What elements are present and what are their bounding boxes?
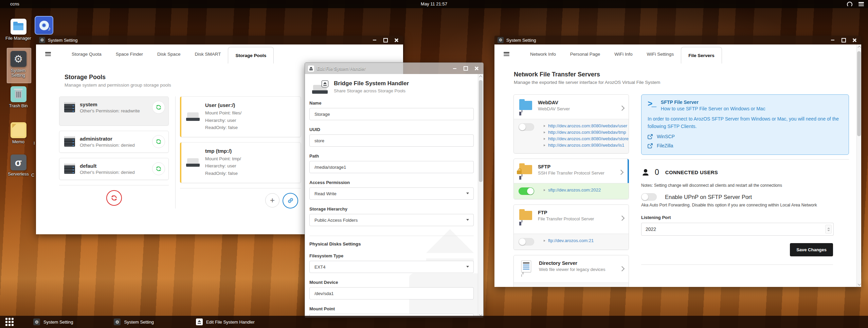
sftp-link[interactable]: sftp://dev.arozos.com:2022 (548, 187, 601, 193)
sync-icon[interactable] (152, 101, 165, 114)
tab-storage-pools[interactable]: Storage Pools (228, 47, 274, 64)
sync-icon[interactable] (152, 135, 165, 148)
webdav-link[interactable]: http://dev.arozos.com:8080/webdav/store (548, 136, 629, 141)
filesystem-type-dropdown[interactable]: EXT4 (309, 261, 474, 273)
listening-port-input[interactable] (641, 226, 819, 232)
window-edit-file-system-handler: Edit File System Handler Bridge File Sy (305, 62, 484, 318)
server-card-webdav[interactable]: WebDAV WebDAV Server http://dev.arozos.c… (513, 94, 629, 153)
tab-file-servers[interactable]: File Servers (681, 47, 722, 64)
desktop-icon-system-setting[interactable]: ⚙ System Setting (3, 51, 33, 77)
ftp-toggle[interactable] (519, 238, 534, 245)
pool-card-administrator[interactable]: administrator Other's Permission: denied (59, 131, 169, 153)
drive-icon (186, 112, 200, 121)
taskbar-item-label: System Setting (124, 320, 153, 325)
bridge-fsh-button[interactable] (283, 193, 298, 208)
path-input[interactable] (310, 165, 473, 170)
scroll-down-icon[interactable] (857, 282, 862, 287)
music-disc-icon: ♪ (39, 21, 49, 30)
uuid-input[interactable] (310, 138, 473, 143)
menu-icon[interactable] (45, 52, 51, 56)
storage-hierarchy-dropdown[interactable]: Public Access Folders (309, 214, 474, 226)
scroll-up-icon[interactable] (478, 74, 483, 79)
close-button[interactable] (849, 36, 860, 44)
taskbar-item-system-setting-2[interactable]: ⚙ System Setting (109, 316, 158, 328)
tab-space-finder[interactable]: Space Finder (109, 44, 150, 63)
fsh-card-user[interactable]: User (user:/) Mount Point: files/ Hierar… (180, 96, 301, 137)
desktop-icon-memo[interactable]: Memo (3, 122, 33, 144)
mount-device-input[interactable] (310, 291, 473, 296)
webdav-toggle[interactable] (519, 123, 534, 131)
number-stepper[interactable] (825, 225, 832, 234)
app-launcher-icon[interactable] (5, 318, 14, 326)
user-icon (641, 168, 650, 177)
dropdown-caret-icon (466, 219, 469, 221)
name-label: Name (309, 101, 474, 106)
step-up-icon[interactable] (827, 227, 830, 229)
client-link-filezilla[interactable]: FileZilla (657, 143, 673, 148)
taskbar-item-system-setting-1[interactable]: ⚙ System Setting (29, 316, 78, 328)
scrollbar-thumb[interactable] (479, 80, 483, 182)
server-name: FTP (538, 210, 594, 215)
maximize-button[interactable] (380, 36, 391, 44)
scrollbar[interactable] (856, 44, 861, 287)
tab-wifi-info[interactable]: WiFi Info (607, 44, 639, 63)
upnp-toggle[interactable] (641, 193, 657, 201)
tab-disk-smart[interactable]: Disk SMART (187, 44, 228, 63)
minimize-button[interactable] (449, 63, 460, 74)
desktop-icon-label: Memo (12, 140, 24, 144)
pool-card-system[interactable]: system Other's Permission: readwrite (59, 96, 169, 126)
scroll-up-icon[interactable] (857, 44, 862, 50)
scrollbar[interactable] (478, 74, 483, 317)
desktop-icon-trash-bin[interactable]: Trash Bin (3, 86, 33, 108)
window-titlebar[interactable]: ⚙ System Setting (36, 36, 403, 44)
fsh-card-tmp[interactable]: tmp (tmp:/) Mount Point: tmp/ Hierarchy:… (180, 142, 301, 183)
sync-icon[interactable] (152, 162, 165, 175)
dropdown-caret-icon (466, 266, 469, 268)
add-fsh-button[interactable]: + (265, 193, 279, 207)
menu-icon[interactable] (858, 2, 864, 6)
server-card-directory[interactable]: Directory Server Web file viewer for leg… (513, 255, 629, 287)
server-card-ftp[interactable]: FTP File Transfer Protocol Server ftp://… (513, 204, 629, 250)
webdav-link[interactable]: http://dev.arozos.com:8080/webdav/tmp (548, 130, 626, 135)
server-card-sftp[interactable]: SFTP SSH File Transfer Protocol Server s… (513, 159, 629, 199)
maximize-button[interactable] (460, 63, 471, 74)
client-link-winscp[interactable]: WinSCP (657, 134, 675, 139)
menu-icon[interactable] (504, 52, 509, 56)
save-changes-button[interactable]: Save Changes (790, 243, 833, 256)
name-input[interactable] (310, 112, 473, 117)
step-down-icon[interactable] (827, 230, 830, 231)
window-system-setting-file-servers: ⚙ System Setting Network Info Personal P… (494, 36, 861, 287)
desktop-icon-music[interactable]: ♪ (35, 16, 53, 35)
tab-wifi-settings[interactable]: WiFi Settings (640, 44, 681, 63)
tab-storage-quota[interactable]: Storage Quota (65, 44, 109, 63)
tab-network-info[interactable]: Network Info (523, 44, 563, 63)
desktop-icon-serverless[interactable]: σ Serverless (3, 154, 33, 177)
screen: ccns May 11 21:57 File Manager ♪ ⚙ Syste… (0, 0, 868, 328)
maximize-button[interactable] (838, 36, 849, 44)
tab-disk-space[interactable]: Disk Space (150, 44, 187, 63)
pool-card-default[interactable]: default Other's Permission: denied (59, 158, 169, 180)
window-titlebar[interactable]: ⚙ System Setting (494, 36, 861, 44)
webdav-link[interactable]: http://dev.arozos.com:8080/webdav/user (548, 123, 627, 128)
close-button[interactable] (391, 36, 402, 44)
close-button[interactable] (471, 63, 482, 74)
reload-pools-button[interactable] (106, 190, 122, 206)
sftp-toggle[interactable] (519, 187, 534, 195)
pool-permission: Other's Permission: readwrite (80, 108, 140, 113)
uuid-field (309, 134, 474, 147)
ftp-link[interactable]: ftp://dev.arozos.com:21 (548, 238, 594, 243)
loading-circle-icon[interactable] (847, 2, 852, 7)
minimize-button[interactable] (827, 36, 838, 44)
desktop-icon-file-manager[interactable]: File Manager (3, 19, 33, 41)
scrollbar-thumb[interactable] (857, 51, 861, 136)
webdav-link[interactable]: http://dev.arozos.com:8080/webdav/is1 (548, 143, 625, 148)
tab-personal-page[interactable]: Personal Page (563, 44, 608, 63)
connected-users-label: CONNECTED USERS (665, 169, 718, 175)
taskbar-item-edit-fsh[interactable]: Edit File System Handler (191, 316, 259, 328)
access-permission-dropdown[interactable]: Read Write (309, 187, 474, 200)
tab-bar: Network Info Personal Page WiFi Info WiF… (494, 44, 861, 64)
minimize-button[interactable] (369, 36, 380, 44)
window-titlebar[interactable]: Edit File System Handler (305, 63, 483, 74)
divider (641, 265, 833, 265)
fsh-readonly: ReadOnly: false (205, 124, 241, 131)
